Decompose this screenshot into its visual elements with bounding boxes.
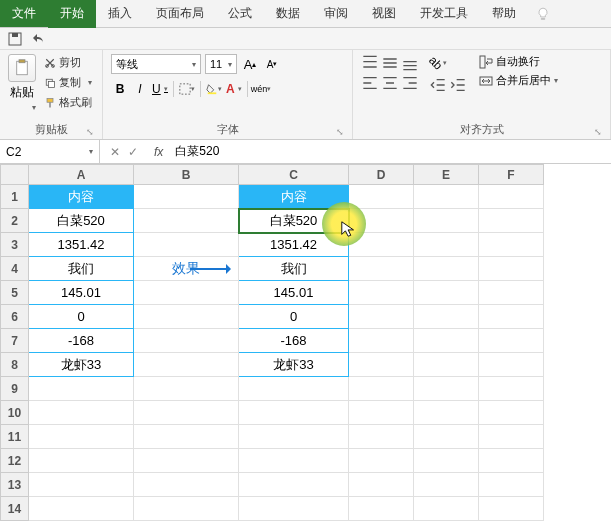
tab-file[interactable]: 文件 xyxy=(0,0,48,27)
tab-data[interactable]: 数据 xyxy=(264,0,312,27)
font-launcher-icon[interactable]: ⤡ xyxy=(336,127,344,137)
row-header-10[interactable]: 10 xyxy=(1,401,29,425)
underline-button[interactable]: U▾ xyxy=(151,80,169,98)
cell-C7[interactable]: -168 xyxy=(239,329,349,353)
cell-F14[interactable] xyxy=(479,497,544,521)
col-header-E[interactable]: E xyxy=(414,165,479,185)
cell-A12[interactable] xyxy=(29,449,134,473)
cell-F3[interactable] xyxy=(479,233,544,257)
cell-E3[interactable] xyxy=(414,233,479,257)
cell-D2[interactable] xyxy=(349,209,414,233)
row-header-6[interactable]: 6 xyxy=(1,305,29,329)
cell-B12[interactable] xyxy=(134,449,239,473)
decrease-indent-button[interactable] xyxy=(429,76,447,94)
cell-C11[interactable] xyxy=(239,425,349,449)
col-header-C[interactable]: C xyxy=(239,165,349,185)
cell-B9[interactable] xyxy=(134,377,239,401)
cell-D12[interactable] xyxy=(349,449,414,473)
font-color-button[interactable]: A▾ xyxy=(225,80,243,98)
border-button[interactable]: ▾ xyxy=(178,80,196,98)
align-center-button[interactable] xyxy=(381,74,399,92)
wrap-text-button[interactable]: 自动换行 xyxy=(479,54,558,69)
cell-F8[interactable] xyxy=(479,353,544,377)
tell-me-icon[interactable] xyxy=(528,0,558,27)
tab-review[interactable]: 审阅 xyxy=(312,0,360,27)
cell-D1[interactable] xyxy=(349,185,414,209)
cell-E8[interactable] xyxy=(414,353,479,377)
bold-button[interactable]: B xyxy=(111,80,129,98)
cell-F13[interactable] xyxy=(479,473,544,497)
tab-formulas[interactable]: 公式 xyxy=(216,0,264,27)
cell-E13[interactable] xyxy=(414,473,479,497)
cell-F9[interactable] xyxy=(479,377,544,401)
select-all-corner[interactable] xyxy=(1,165,29,185)
row-header-3[interactable]: 3 xyxy=(1,233,29,257)
row-header-1[interactable]: 1 xyxy=(1,185,29,209)
tab-view[interactable]: 视图 xyxy=(360,0,408,27)
cell-B1[interactable] xyxy=(134,185,239,209)
cell-D13[interactable] xyxy=(349,473,414,497)
cell-F10[interactable] xyxy=(479,401,544,425)
row-header-4[interactable]: 4 xyxy=(1,257,29,281)
cell-B11[interactable] xyxy=(134,425,239,449)
cell-A11[interactable] xyxy=(29,425,134,449)
orientation-button[interactable]: ab▾ xyxy=(429,54,447,72)
italic-button[interactable]: I xyxy=(131,80,149,98)
align-middle-button[interactable] xyxy=(381,54,399,72)
align-right-button[interactable] xyxy=(401,74,419,92)
cell-D5[interactable] xyxy=(349,281,414,305)
cell-E12[interactable] xyxy=(414,449,479,473)
cell-D6[interactable] xyxy=(349,305,414,329)
cell-F2[interactable] xyxy=(479,209,544,233)
cell-F7[interactable] xyxy=(479,329,544,353)
qat-undo-icon[interactable] xyxy=(30,30,48,48)
tab-insert[interactable]: 插入 xyxy=(96,0,144,27)
paste-dropdown-icon[interactable]: ▾ xyxy=(32,103,36,112)
row-header-11[interactable]: 11 xyxy=(1,425,29,449)
formula-input[interactable]: 白菜520 xyxy=(169,143,611,160)
paste-button[interactable]: 粘贴 xyxy=(10,84,34,101)
col-header-B[interactable]: B xyxy=(134,165,239,185)
cell-A9[interactable] xyxy=(29,377,134,401)
font-size-combo[interactable]: 11▾ xyxy=(205,54,237,74)
cell-D7[interactable] xyxy=(349,329,414,353)
cell-A8[interactable]: 龙虾33 xyxy=(29,353,134,377)
cell-C13[interactable] xyxy=(239,473,349,497)
cell-A2[interactable]: 白菜520 xyxy=(29,209,134,233)
cell-C10[interactable] xyxy=(239,401,349,425)
shrink-font-button[interactable]: A▾ xyxy=(263,55,281,73)
cell-D4[interactable] xyxy=(349,257,414,281)
cell-C8[interactable]: 龙虾33 xyxy=(239,353,349,377)
row-header-8[interactable]: 8 xyxy=(1,353,29,377)
align-bottom-button[interactable] xyxy=(401,54,419,72)
cell-D3[interactable] xyxy=(349,233,414,257)
align-top-button[interactable] xyxy=(361,54,379,72)
cell-E5[interactable] xyxy=(414,281,479,305)
grow-font-button[interactable]: A▴ xyxy=(241,55,259,73)
cell-B7[interactable] xyxy=(134,329,239,353)
cell-D10[interactable] xyxy=(349,401,414,425)
qat-save-icon[interactable] xyxy=(6,30,24,48)
align-launcher-icon[interactable]: ⤡ xyxy=(594,127,602,137)
cell-F1[interactable] xyxy=(479,185,544,209)
fill-color-button[interactable]: ▾ xyxy=(205,80,223,98)
cell-C2[interactable]: 白菜520 xyxy=(239,209,349,233)
cell-F4[interactable] xyxy=(479,257,544,281)
tab-home[interactable]: 开始 xyxy=(48,0,96,27)
cell-B10[interactable] xyxy=(134,401,239,425)
row-header-14[interactable]: 14 xyxy=(1,497,29,521)
row-header-2[interactable]: 2 xyxy=(1,209,29,233)
cell-A5[interactable]: 145.01 xyxy=(29,281,134,305)
cell-C1[interactable]: 内容 xyxy=(239,185,349,209)
name-box[interactable]: C2▾ xyxy=(0,140,100,163)
cell-A14[interactable] xyxy=(29,497,134,521)
tab-developer[interactable]: 开发工具 xyxy=(408,0,480,27)
paste-icon[interactable] xyxy=(8,54,36,82)
row-header-7[interactable]: 7 xyxy=(1,329,29,353)
cell-B13[interactable] xyxy=(134,473,239,497)
cell-D9[interactable] xyxy=(349,377,414,401)
cell-D11[interactable] xyxy=(349,425,414,449)
clipboard-launcher-icon[interactable]: ⤡ xyxy=(86,127,94,137)
cell-F5[interactable] xyxy=(479,281,544,305)
row-header-9[interactable]: 9 xyxy=(1,377,29,401)
